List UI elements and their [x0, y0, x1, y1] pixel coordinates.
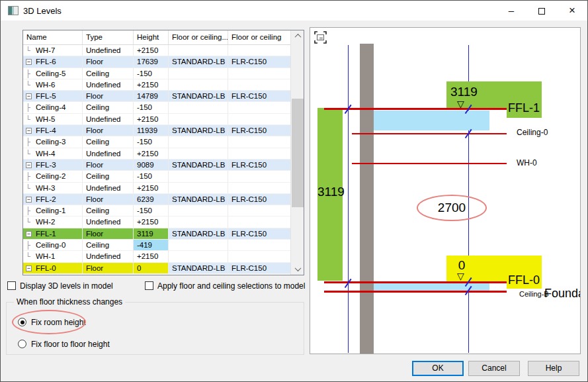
- height-cell[interactable]: 3119: [134, 228, 169, 240]
- collapse-toggle-icon[interactable]: −: [26, 128, 32, 134]
- column-header-floor-or-ceiling-2[interactable]: Floor or ceiling: [228, 30, 290, 44]
- floor-or-ceiling-cell[interactable]: [169, 148, 228, 160]
- height-cell[interactable]: +2150: [134, 79, 169, 91]
- height-cell[interactable]: 11939: [134, 125, 169, 136]
- table-row[interactable]: └WH-7Undefined+2150: [23, 45, 290, 56]
- level-name-cell[interactable]: −FFL-0: [23, 263, 83, 274]
- table-row[interactable]: └WH-5Undefined+2150: [23, 114, 290, 125]
- fix-floor-to-floor-radio[interactable]: Fix floor to floor height: [18, 340, 110, 350]
- ok-button[interactable]: OK: [412, 361, 464, 376]
- scrollbar-thumb[interactable]: [292, 99, 304, 207]
- height-cell[interactable]: 17639: [134, 56, 169, 68]
- type-cell[interactable]: Undefined: [83, 148, 134, 160]
- level-name-cell[interactable]: −FFL-5: [23, 91, 83, 102]
- maximize-button[interactable]: [526, 1, 557, 21]
- level-name-cell[interactable]: └WH-3: [23, 183, 83, 194]
- floor-or-ceiling-cell[interactable]: [169, 68, 228, 79]
- height-cell[interactable]: -419: [134, 240, 169, 251]
- table-row[interactable]: ├Ceiling-4Ceiling-150: [23, 102, 290, 113]
- level-name-cell[interactable]: −FFL-1: [23, 228, 83, 240]
- floor-or-ceiling-cell[interactable]: [169, 183, 228, 194]
- level-name-cell[interactable]: ├Ceiling-0: [23, 240, 83, 251]
- floor-or-ceiling-cell[interactable]: FLR-C150: [228, 194, 290, 205]
- type-cell[interactable]: Undefined: [83, 79, 134, 91]
- collapse-toggle-icon[interactable]: −: [26, 162, 32, 168]
- level-name-cell[interactable]: ├Ceiling-4: [23, 102, 83, 113]
- type-cell[interactable]: Floor: [83, 125, 134, 136]
- table-row[interactable]: └WH-2Undefined+2150: [23, 216, 290, 228]
- cancel-button[interactable]: Cancel: [468, 361, 520, 376]
- type-cell[interactable]: Floor: [83, 56, 134, 68]
- floor-or-ceiling-cell[interactable]: [228, 45, 290, 56]
- table-row[interactable]: ├Ceiling-1Ceiling-150: [23, 205, 290, 216]
- table-row[interactable]: −FFL-2Floor6239STANDARD-LBFLR-C150: [23, 194, 290, 205]
- height-cell[interactable]: +2150: [134, 148, 169, 160]
- floor-or-ceiling-cell[interactable]: STANDARD-LB: [169, 263, 228, 274]
- table-row[interactable]: −FFL-5Floor14789STANDARD-LBFLR-C150: [23, 91, 290, 102]
- floor-or-ceiling-cell[interactable]: [169, 240, 228, 251]
- scroll-up-button[interactable]: [291, 30, 304, 42]
- column-header-type[interactable]: Type: [83, 30, 134, 44]
- floor-or-ceiling-cell[interactable]: [228, 251, 290, 262]
- help-button[interactable]: Help: [528, 361, 579, 376]
- level-name-cell[interactable]: −FFL-6: [23, 56, 83, 68]
- collapse-toggle-icon[interactable]: −: [26, 93, 32, 99]
- type-cell[interactable]: Ceiling: [83, 136, 134, 148]
- level-name-cell[interactable]: └WH-1: [23, 251, 83, 262]
- floor-or-ceiling-cell[interactable]: STANDARD-LB: [169, 125, 228, 136]
- type-cell[interactable]: Floor: [83, 263, 134, 274]
- level-name-cell[interactable]: ├Ceiling-5: [23, 68, 83, 79]
- type-cell[interactable]: Ceiling: [83, 171, 134, 182]
- type-cell[interactable]: Undefined: [83, 216, 134, 228]
- table-row[interactable]: −FFL-1Floor3119STANDARD-LBFLR-C150: [23, 228, 290, 240]
- type-cell[interactable]: Ceiling: [83, 205, 134, 216]
- table-row[interactable]: └WH-6Undefined+2150: [23, 79, 290, 91]
- type-cell[interactable]: Undefined: [83, 114, 134, 125]
- table-row[interactable]: └WH-3Undefined+2150: [23, 183, 290, 194]
- table-row[interactable]: └WH-4Undefined+2150: [23, 148, 290, 160]
- level-name-cell[interactable]: ├Ceiling-2: [23, 171, 83, 182]
- floor-or-ceiling-cell[interactable]: [228, 171, 290, 182]
- type-cell[interactable]: Ceiling: [83, 102, 134, 113]
- type-cell[interactable]: Floor: [83, 228, 134, 240]
- level-name-cell[interactable]: └WH-4: [23, 148, 83, 160]
- table-row[interactable]: −FFL-3Floor9089STANDARD-LBFLR-C150: [23, 160, 290, 171]
- height-cell[interactable]: +2150: [134, 45, 169, 56]
- column-header-name[interactable]: Name: [23, 30, 83, 44]
- level-name-cell[interactable]: └WH-2: [23, 216, 83, 228]
- height-cell[interactable]: -150: [134, 102, 169, 113]
- scroll-down-button[interactable]: [291, 263, 304, 275]
- collapse-toggle-icon[interactable]: −: [26, 265, 32, 271]
- floor-or-ceiling-cell[interactable]: FLR-C150: [228, 160, 290, 171]
- floor-or-ceiling-cell[interactable]: [228, 240, 290, 251]
- height-cell[interactable]: -150: [134, 205, 169, 216]
- floor-or-ceiling-cell[interactable]: [228, 183, 290, 194]
- height-cell[interactable]: 0: [134, 263, 169, 274]
- floor-or-ceiling-cell[interactable]: [169, 79, 228, 91]
- floor-or-ceiling-cell[interactable]: [228, 68, 290, 79]
- table-row[interactable]: ├Ceiling-5Ceiling-150: [23, 68, 290, 79]
- table-row[interactable]: └WH-1Undefined+2150: [23, 251, 290, 262]
- zoom-extents-icon[interactable]: [314, 31, 327, 44]
- floor-or-ceiling-cell[interactable]: FLR-C150: [228, 56, 290, 68]
- level-name-cell[interactable]: └WH-6: [23, 79, 83, 91]
- type-cell[interactable]: Ceiling: [83, 68, 134, 79]
- close-button[interactable]: ×: [557, 1, 587, 21]
- floor-or-ceiling-cell[interactable]: [169, 136, 228, 148]
- column-header-height[interactable]: Height: [134, 30, 169, 44]
- height-cell[interactable]: 14789: [134, 91, 169, 102]
- level-name-cell[interactable]: ├Ceiling-1: [23, 205, 83, 216]
- floor-or-ceiling-cell[interactable]: [228, 148, 290, 160]
- height-cell[interactable]: -150: [134, 171, 169, 182]
- table-scrollbar[interactable]: [290, 30, 304, 275]
- floor-or-ceiling-cell[interactable]: STANDARD-LB: [169, 91, 228, 102]
- column-header-floor-or-ceiling-1[interactable]: Floor or ceiling...: [169, 30, 228, 44]
- table-row[interactable]: −FFL-6Floor17639STANDARD-LBFLR-C150: [23, 56, 290, 68]
- type-cell[interactable]: Ceiling: [83, 240, 134, 251]
- table-row[interactable]: ├Ceiling-2Ceiling-150: [23, 171, 290, 182]
- floor-or-ceiling-cell[interactable]: STANDARD-LB: [169, 228, 228, 240]
- floor-or-ceiling-cell[interactable]: STANDARD-LB: [169, 160, 228, 171]
- type-cell[interactable]: Floor: [83, 160, 134, 171]
- collapse-toggle-icon[interactable]: −: [26, 197, 32, 203]
- type-cell[interactable]: Undefined: [83, 251, 134, 262]
